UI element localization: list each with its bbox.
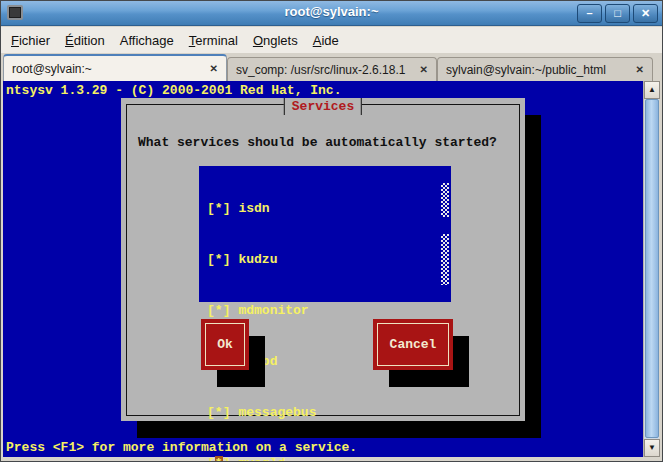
dialog-question: What services should be automatically st… <box>138 134 497 151</box>
scroll-down-icon[interactable]: ▼ <box>644 439 660 457</box>
list-scrollbar-segment[interactable] <box>441 183 449 217</box>
menu-onglets[interactable]: Onglets <box>253 33 298 48</box>
service-row-mdmonitor[interactable]: [*]mdmonitor <box>199 302 451 319</box>
checkbox-mark: * <box>215 303 223 318</box>
checkbox-mark: * <box>215 201 223 216</box>
window-title: root@sylvain:~ <box>1 4 662 19</box>
close-button[interactable]: ✕ <box>633 4 658 23</box>
list-scrollbar-segment[interactable] <box>441 234 449 285</box>
maximize-button[interactable]: □ <box>605 4 630 23</box>
services-listbox[interactable]: [*]isdn [*]kudzu [*]mdmonitor [ ]mdmpd [… <box>199 166 451 302</box>
scrollbar-thumb[interactable] <box>645 99 659 438</box>
scroll-up-icon[interactable]: ▲ <box>644 81 660 99</box>
help-line: Press <F1> for more information on a ser… <box>6 439 357 456</box>
titlebar[interactable]: root@sylvain:~ – □ ✕ <box>1 1 662 26</box>
ntsysv-header: ntsysv 1.3.29 - (C) 2000-2001 Red Hat, I… <box>6 82 341 99</box>
checkbox-mark: * <box>215 252 223 267</box>
ok-button-border <box>205 323 245 366</box>
service-row-messagebus[interactable]: [*]messagebus <box>199 404 451 421</box>
menu-aide[interactable]: Aide <box>313 33 339 48</box>
service-row-kudzu[interactable]: [*]kudzu <box>199 251 451 268</box>
minimize-button[interactable]: – <box>577 4 602 23</box>
tab-sv-comp[interactable]: sv_comp: /usr/src/linux-2.6.18.1 ✕ <box>227 57 437 81</box>
menu-edition[interactable]: Édition <box>65 33 105 48</box>
menu-affichage[interactable]: Affichage <box>120 33 174 48</box>
menu-terminal[interactable]: Terminal <box>189 33 238 48</box>
tab-close-icon[interactable]: ✕ <box>210 63 218 74</box>
checkbox-mark-cursor: * <box>215 456 223 462</box>
menu-fichier[interactable]: Fichier <box>11 33 50 48</box>
dialog-title: Services <box>284 98 362 115</box>
ok-button[interactable]: Ok <box>201 319 249 370</box>
terminal-screen[interactable]: ntsysv 1.3.29 - (C) 2000-2001 Red Hat, I… <box>3 81 643 457</box>
tab-bar: root@sylvain:~ ✕ sv_comp: /usr/src/linux… <box>1 53 662 81</box>
cancel-button-border <box>377 323 449 366</box>
service-row-isdn[interactable]: [*]isdn <box>199 200 451 217</box>
tab-close-icon[interactable]: ✕ <box>420 64 428 75</box>
tab-public-html[interactable]: sylvain@sylvain:~/public_html ✕ <box>437 57 653 81</box>
checkbox-mark: * <box>215 405 223 420</box>
terminal-window: root@sylvain:~ – □ ✕ Fichier Édition Aff… <box>0 0 663 462</box>
menubar: Fichier Édition Affichage Terminal Ongle… <box>1 27 662 53</box>
terminal-scrollbar[interactable]: ▲ ▼ <box>643 81 659 457</box>
cancel-button[interactable]: Cancel <box>373 319 453 370</box>
service-row-mysqld[interactable]: [*]mysqld <box>199 455 451 462</box>
tab-close-icon[interactable]: ✕ <box>636 64 644 75</box>
tab-root-sylvain[interactable]: root@sylvain:~ ✕ <box>3 54 227 81</box>
services-dialog: Services What services should be automat… <box>121 98 525 421</box>
